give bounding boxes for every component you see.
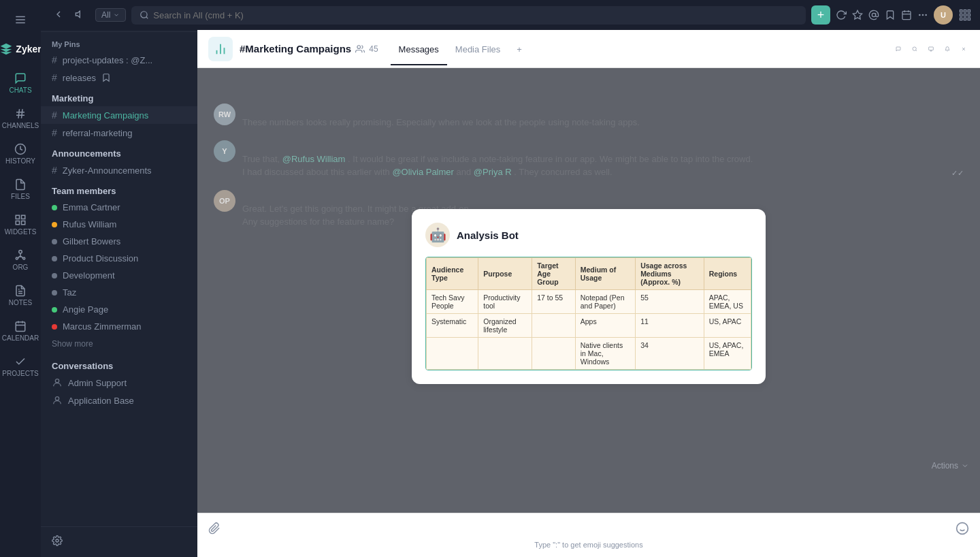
calendar-icon[interactable] xyxy=(901,10,912,20)
add-button[interactable]: + xyxy=(811,5,830,25)
analysis-table: Audience Type Purpose Target Age Group M… xyxy=(425,257,752,370)
sidebar-item-chats[interactable]: CHATS xyxy=(3,67,38,99)
team-members-title: Team members xyxy=(41,179,197,199)
sidebar-widgets-label: WIDGETS xyxy=(5,228,37,236)
sidebar-chats-label: CHATS xyxy=(9,86,31,94)
bot-header: 🤖 Analysis Bot xyxy=(425,223,752,247)
cell-regions-3: US, APAC, EMEA xyxy=(704,338,751,370)
member-taz[interactable]: Taz xyxy=(41,284,197,301)
member-name: Gilbert Bowers xyxy=(63,236,120,246)
menu-icon[interactable] xyxy=(9,8,32,34)
sidebar-item-calendar[interactable]: CALENDAR xyxy=(3,315,38,347)
bookmark-icon[interactable] xyxy=(885,10,896,20)
cell-usage-2: 11 xyxy=(636,314,704,338)
channel-zyker-announcements[interactable]: # Zyker-Announcements xyxy=(41,161,197,179)
pin-name: project-updates : @Z... xyxy=(63,55,152,65)
svg-point-14 xyxy=(23,257,25,259)
chat-header-right xyxy=(893,44,969,54)
topbar-nav xyxy=(49,6,90,25)
svg-line-53 xyxy=(916,50,917,50)
back-button[interactable] xyxy=(49,6,68,25)
marketing-section-title: Marketing xyxy=(41,86,197,106)
cell-usage-3: 34 xyxy=(636,338,704,370)
sidebar-item-notes[interactable]: NOTES xyxy=(3,279,38,312)
sidebar-item-org[interactable]: ORG xyxy=(3,244,38,276)
volume-icon[interactable] xyxy=(71,6,90,25)
table-row: Native clients in Mac, Windows 34 US, AP… xyxy=(427,338,751,370)
emoji-icon[interactable] xyxy=(956,522,969,535)
svg-point-37 xyxy=(922,14,923,15)
table-header-age: Target Age Group xyxy=(532,258,576,290)
main-area: #Marketing Campaigns 45 Messages Media F… xyxy=(197,30,980,557)
channel-name: referral-marketing xyxy=(63,128,133,138)
channel-marketing-campaigns[interactable]: # Marketing Campaigns xyxy=(41,106,197,124)
svg-point-13 xyxy=(16,257,18,259)
search-input[interactable] xyxy=(153,10,798,20)
chat-header-left: #Marketing Campaigns 45 Messages Media F… xyxy=(208,32,530,65)
cell-regions-1: APAC, EMEA, US xyxy=(704,290,751,314)
svg-point-26 xyxy=(56,539,59,542)
conv-admin-support[interactable]: Admin Support xyxy=(41,374,197,392)
svg-line-6 xyxy=(22,109,23,118)
member-marcus[interactable]: Marcus Zimmerman xyxy=(41,318,197,335)
tab-messages[interactable]: Messages xyxy=(391,32,447,65)
pin-releases[interactable]: # releases xyxy=(41,69,197,86)
cell-age-3 xyxy=(532,338,576,370)
settings-icon[interactable] xyxy=(52,535,63,546)
chevron-down-icon xyxy=(113,12,120,18)
member-rufus[interactable]: Rufus William xyxy=(41,216,197,233)
conv-application-base[interactable]: Application Base xyxy=(41,392,197,409)
pin-project-updates[interactable]: # project-updates : @Z... xyxy=(41,51,197,69)
message-input[interactable] xyxy=(226,524,950,534)
sidebar-item-projects[interactable]: PROJECTS xyxy=(3,350,38,383)
member-angie[interactable]: Angie Page xyxy=(41,301,197,318)
sidebar-item-widgets[interactable]: WIDGETS xyxy=(3,208,38,241)
table-row: Tech Savy People Productivity tool 17 to… xyxy=(427,290,751,314)
tab-add[interactable]: + xyxy=(508,32,530,65)
at-icon[interactable] xyxy=(868,10,879,20)
star-icon[interactable] xyxy=(852,10,863,20)
show-more-button[interactable]: Show more xyxy=(41,335,197,353)
tab-media-files[interactable]: Media Files xyxy=(447,32,508,65)
screen-icon[interactable] xyxy=(926,44,936,54)
sidebar-item-channels[interactable]: CHANNELS xyxy=(3,102,38,135)
sidebar-item-history[interactable]: HISTORY xyxy=(3,138,38,170)
member-development[interactable]: Development xyxy=(41,267,197,284)
comment-icon[interactable] xyxy=(893,44,904,54)
grid-apps-icon[interactable] xyxy=(958,8,972,22)
svg-rect-43 xyxy=(964,14,966,16)
sidebar-projects-label: PROJECTS xyxy=(2,370,38,377)
messages-wrapper: RW Rufus William These numbers looks rea… xyxy=(197,68,980,513)
attach-icon[interactable] xyxy=(208,522,220,535)
hash-icon: # xyxy=(52,165,57,176)
sidebar-notes-label: NOTES xyxy=(9,299,32,306)
close-icon[interactable] xyxy=(958,44,969,54)
member-product-discussion[interactable]: Product Discussion xyxy=(41,250,197,267)
bot-avatar: 🤖 xyxy=(425,223,450,247)
table-row: Systematic Organized lifestyle Apps 11 U… xyxy=(427,314,751,338)
status-busy xyxy=(52,324,57,330)
cell-age-1: 17 to 55 xyxy=(532,290,576,314)
menu-dots-icon[interactable] xyxy=(917,10,928,20)
refresh-icon[interactable] xyxy=(836,10,847,20)
cell-regions-2: US, APAC xyxy=(704,314,751,338)
search-header-icon[interactable] xyxy=(909,44,920,54)
member-emma[interactable]: Emma Cartner xyxy=(41,199,197,216)
channel-name-group: #Marketing Campaigns 45 xyxy=(240,43,378,54)
svg-point-24 xyxy=(55,379,59,383)
member-gilbert[interactable]: Gilbert Bowers xyxy=(41,233,197,250)
status-offline xyxy=(52,256,57,261)
search-bar[interactable] xyxy=(131,6,806,25)
bell-icon[interactable] xyxy=(942,44,953,54)
all-filter-badge[interactable]: All xyxy=(95,8,126,22)
member-name: Product Discussion xyxy=(63,253,138,264)
cell-purpose-1: Productivity tool xyxy=(478,290,532,314)
svg-point-52 xyxy=(913,47,916,50)
hash-icon: # xyxy=(52,72,57,83)
user-avatar[interactable]: U xyxy=(934,5,953,25)
svg-rect-9 xyxy=(22,215,25,219)
svg-line-5 xyxy=(18,109,20,118)
channel-referral-marketing[interactable]: # referral-marketing xyxy=(41,124,197,142)
svg-rect-10 xyxy=(16,221,19,225)
sidebar-item-files[interactable]: FILES xyxy=(3,173,38,206)
